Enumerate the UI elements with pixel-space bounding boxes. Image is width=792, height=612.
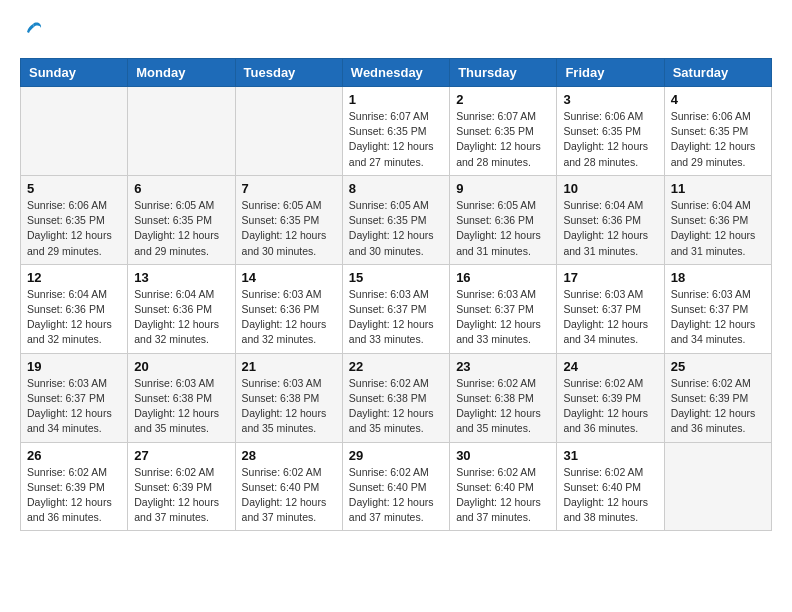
day-info: Sunrise: 6:03 AMSunset: 6:37 PMDaylight:… <box>349 287 443 348</box>
calendar-day-cell: 30Sunrise: 6:02 AMSunset: 6:40 PMDayligh… <box>450 442 557 531</box>
calendar-week-row: 19Sunrise: 6:03 AMSunset: 6:37 PMDayligh… <box>21 353 772 442</box>
calendar-day-cell: 9Sunrise: 6:05 AMSunset: 6:36 PMDaylight… <box>450 175 557 264</box>
day-info: Sunrise: 6:02 AMSunset: 6:38 PMDaylight:… <box>456 376 550 437</box>
day-number: 4 <box>671 92 765 107</box>
day-number: 11 <box>671 181 765 196</box>
logo <box>20 20 44 42</box>
day-info: Sunrise: 6:03 AMSunset: 6:37 PMDaylight:… <box>456 287 550 348</box>
calendar-day-cell: 11Sunrise: 6:04 AMSunset: 6:36 PMDayligh… <box>664 175 771 264</box>
calendar-day-cell: 16Sunrise: 6:03 AMSunset: 6:37 PMDayligh… <box>450 264 557 353</box>
calendar-day-cell <box>21 87 128 176</box>
day-number: 17 <box>563 270 657 285</box>
calendar-day-cell: 8Sunrise: 6:05 AMSunset: 6:35 PMDaylight… <box>342 175 449 264</box>
day-info: Sunrise: 6:07 AMSunset: 6:35 PMDaylight:… <box>349 109 443 170</box>
calendar-day-cell: 23Sunrise: 6:02 AMSunset: 6:38 PMDayligh… <box>450 353 557 442</box>
calendar-day-cell: 19Sunrise: 6:03 AMSunset: 6:37 PMDayligh… <box>21 353 128 442</box>
calendar-day-cell: 4Sunrise: 6:06 AMSunset: 6:35 PMDaylight… <box>664 87 771 176</box>
day-number: 5 <box>27 181 121 196</box>
day-info: Sunrise: 6:02 AMSunset: 6:40 PMDaylight:… <box>242 465 336 526</box>
day-number: 14 <box>242 270 336 285</box>
day-number: 3 <box>563 92 657 107</box>
calendar-header-row: SundayMondayTuesdayWednesdayThursdayFrid… <box>21 59 772 87</box>
day-number: 7 <box>242 181 336 196</box>
calendar-table: SundayMondayTuesdayWednesdayThursdayFrid… <box>20 58 772 531</box>
calendar-day-cell: 28Sunrise: 6:02 AMSunset: 6:40 PMDayligh… <box>235 442 342 531</box>
day-info: Sunrise: 6:03 AMSunset: 6:36 PMDaylight:… <box>242 287 336 348</box>
day-info: Sunrise: 6:05 AMSunset: 6:35 PMDaylight:… <box>134 198 228 259</box>
day-info: Sunrise: 6:07 AMSunset: 6:35 PMDaylight:… <box>456 109 550 170</box>
day-info: Sunrise: 6:02 AMSunset: 6:40 PMDaylight:… <box>349 465 443 526</box>
day-info: Sunrise: 6:02 AMSunset: 6:39 PMDaylight:… <box>671 376 765 437</box>
day-number: 30 <box>456 448 550 463</box>
day-info: Sunrise: 6:05 AMSunset: 6:35 PMDaylight:… <box>349 198 443 259</box>
day-number: 1 <box>349 92 443 107</box>
calendar-day-header: Tuesday <box>235 59 342 87</box>
day-number: 15 <box>349 270 443 285</box>
day-number: 8 <box>349 181 443 196</box>
day-number: 29 <box>349 448 443 463</box>
day-number: 25 <box>671 359 765 374</box>
day-info: Sunrise: 6:06 AMSunset: 6:35 PMDaylight:… <box>671 109 765 170</box>
calendar-day-header: Friday <box>557 59 664 87</box>
day-number: 27 <box>134 448 228 463</box>
calendar-day-cell: 24Sunrise: 6:02 AMSunset: 6:39 PMDayligh… <box>557 353 664 442</box>
day-number: 16 <box>456 270 550 285</box>
day-info: Sunrise: 6:02 AMSunset: 6:39 PMDaylight:… <box>134 465 228 526</box>
day-info: Sunrise: 6:05 AMSunset: 6:35 PMDaylight:… <box>242 198 336 259</box>
day-number: 28 <box>242 448 336 463</box>
calendar-day-header: Wednesday <box>342 59 449 87</box>
day-info: Sunrise: 6:04 AMSunset: 6:36 PMDaylight:… <box>27 287 121 348</box>
day-info: Sunrise: 6:03 AMSunset: 6:37 PMDaylight:… <box>563 287 657 348</box>
day-number: 12 <box>27 270 121 285</box>
day-info: Sunrise: 6:02 AMSunset: 6:40 PMDaylight:… <box>456 465 550 526</box>
day-number: 20 <box>134 359 228 374</box>
day-number: 10 <box>563 181 657 196</box>
calendar-day-cell: 10Sunrise: 6:04 AMSunset: 6:36 PMDayligh… <box>557 175 664 264</box>
calendar-day-cell: 7Sunrise: 6:05 AMSunset: 6:35 PMDaylight… <box>235 175 342 264</box>
day-number: 31 <box>563 448 657 463</box>
day-number: 23 <box>456 359 550 374</box>
calendar-day-cell <box>235 87 342 176</box>
logo-bird-icon <box>22 20 44 42</box>
calendar-day-cell: 2Sunrise: 6:07 AMSunset: 6:35 PMDaylight… <box>450 87 557 176</box>
day-number: 19 <box>27 359 121 374</box>
day-info: Sunrise: 6:03 AMSunset: 6:37 PMDaylight:… <box>27 376 121 437</box>
calendar-day-cell: 21Sunrise: 6:03 AMSunset: 6:38 PMDayligh… <box>235 353 342 442</box>
day-info: Sunrise: 6:02 AMSunset: 6:40 PMDaylight:… <box>563 465 657 526</box>
calendar-day-cell: 15Sunrise: 6:03 AMSunset: 6:37 PMDayligh… <box>342 264 449 353</box>
calendar-day-cell: 1Sunrise: 6:07 AMSunset: 6:35 PMDaylight… <box>342 87 449 176</box>
calendar-week-row: 1Sunrise: 6:07 AMSunset: 6:35 PMDaylight… <box>21 87 772 176</box>
calendar-week-row: 5Sunrise: 6:06 AMSunset: 6:35 PMDaylight… <box>21 175 772 264</box>
calendar-day-cell: 6Sunrise: 6:05 AMSunset: 6:35 PMDaylight… <box>128 175 235 264</box>
day-number: 9 <box>456 181 550 196</box>
calendar-day-cell: 31Sunrise: 6:02 AMSunset: 6:40 PMDayligh… <box>557 442 664 531</box>
calendar-day-header: Sunday <box>21 59 128 87</box>
day-info: Sunrise: 6:02 AMSunset: 6:38 PMDaylight:… <box>349 376 443 437</box>
day-info: Sunrise: 6:02 AMSunset: 6:39 PMDaylight:… <box>27 465 121 526</box>
calendar-day-cell: 18Sunrise: 6:03 AMSunset: 6:37 PMDayligh… <box>664 264 771 353</box>
day-number: 13 <box>134 270 228 285</box>
calendar-day-cell: 26Sunrise: 6:02 AMSunset: 6:39 PMDayligh… <box>21 442 128 531</box>
day-info: Sunrise: 6:04 AMSunset: 6:36 PMDaylight:… <box>671 198 765 259</box>
day-info: Sunrise: 6:03 AMSunset: 6:38 PMDaylight:… <box>134 376 228 437</box>
calendar-day-cell: 17Sunrise: 6:03 AMSunset: 6:37 PMDayligh… <box>557 264 664 353</box>
day-number: 18 <box>671 270 765 285</box>
day-info: Sunrise: 6:06 AMSunset: 6:35 PMDaylight:… <box>563 109 657 170</box>
calendar-day-header: Monday <box>128 59 235 87</box>
day-number: 26 <box>27 448 121 463</box>
calendar-day-cell <box>664 442 771 531</box>
day-info: Sunrise: 6:04 AMSunset: 6:36 PMDaylight:… <box>134 287 228 348</box>
calendar-day-cell: 25Sunrise: 6:02 AMSunset: 6:39 PMDayligh… <box>664 353 771 442</box>
day-info: Sunrise: 6:05 AMSunset: 6:36 PMDaylight:… <box>456 198 550 259</box>
day-number: 22 <box>349 359 443 374</box>
calendar-week-row: 12Sunrise: 6:04 AMSunset: 6:36 PMDayligh… <box>21 264 772 353</box>
day-number: 21 <box>242 359 336 374</box>
day-info: Sunrise: 6:04 AMSunset: 6:36 PMDaylight:… <box>563 198 657 259</box>
day-number: 2 <box>456 92 550 107</box>
calendar-week-row: 26Sunrise: 6:02 AMSunset: 6:39 PMDayligh… <box>21 442 772 531</box>
calendar-day-cell: 12Sunrise: 6:04 AMSunset: 6:36 PMDayligh… <box>21 264 128 353</box>
day-info: Sunrise: 6:03 AMSunset: 6:38 PMDaylight:… <box>242 376 336 437</box>
calendar-day-cell: 13Sunrise: 6:04 AMSunset: 6:36 PMDayligh… <box>128 264 235 353</box>
day-info: Sunrise: 6:03 AMSunset: 6:37 PMDaylight:… <box>671 287 765 348</box>
day-info: Sunrise: 6:06 AMSunset: 6:35 PMDaylight:… <box>27 198 121 259</box>
